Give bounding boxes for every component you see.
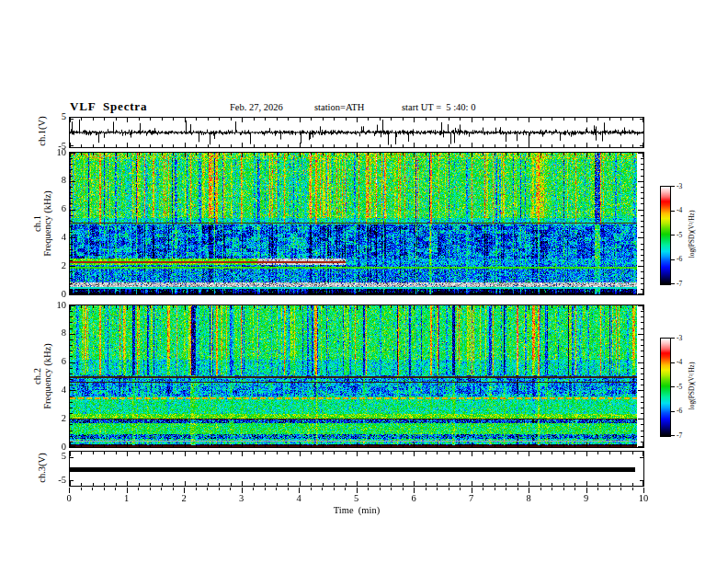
figure-date: Feb. 27, 2026 — [230, 102, 283, 112]
ch2-spectrogram-ylabel-line2: Frequency (kHz) — [42, 304, 52, 448]
x-axis-title: Time (min) — [69, 505, 644, 515]
colorbar-ch1-tick — [671, 186, 675, 187]
colorbar-ch2-label: log(PSD)(V²/Hz) — [688, 338, 696, 435]
ch3-waveform-panel — [69, 451, 644, 487]
x-tick-label: 0 — [57, 493, 81, 503]
ch2-spectrogram-panel — [69, 304, 644, 448]
colorbar-ch1-tick-label: -5 — [677, 231, 682, 239]
colorbar-ch1-tick — [671, 235, 675, 236]
x-tick-label: 10 — [631, 493, 655, 503]
colorbar-ch1-tick-label: -3 — [677, 182, 682, 190]
colorbar-ch1-tick — [671, 259, 675, 260]
spec1-ytick-label: 6 — [42, 203, 66, 213]
colorbar-ch1-tick — [671, 283, 675, 284]
colorbar-ch2-tick-label: -3 — [677, 334, 682, 342]
colorbar-ch2-tick-label: -4 — [677, 358, 682, 366]
ch1-waveform-panel — [69, 117, 644, 148]
x-tick-label: 6 — [402, 493, 426, 503]
ch1-waveform-plot — [70, 118, 643, 147]
colorbar-ch1 — [660, 186, 671, 285]
figure-start-ut: start UT = 5 :40: 0 — [402, 102, 475, 112]
x-tick-label: 7 — [460, 493, 483, 503]
ch3-waveform-plot — [70, 452, 643, 486]
colorbar-ch1-label: log(PSD)(V²/Hz) — [688, 186, 696, 283]
colorbar-ch1-tick-label: -4 — [677, 206, 682, 214]
x-tick-label: 8 — [517, 493, 540, 503]
ch1-spectrogram-ylabel: ch.1 Frequency (kHz) — [32, 152, 52, 295]
colorbar-ch2-tick — [671, 411, 675, 412]
ch2-spectrogram-ylabel-line1: ch.2 — [32, 304, 42, 448]
wave3-ytick-label: 5 — [42, 451, 66, 461]
x-tick-label: 3 — [230, 493, 254, 503]
colorbar-ch2-tick — [671, 362, 675, 363]
vlf-spectra-figure: VLF Spectra Feb. 27, 2026 station=ATH st… — [0, 0, 728, 563]
spec2-ytick-label: 8 — [42, 327, 66, 338]
colorbar-ch1-tick — [671, 211, 675, 212]
figure-station: station=ATH — [314, 102, 364, 112]
x-tick-label: 4 — [287, 493, 311, 503]
spec2-ytick-label: 2 — [42, 413, 66, 423]
figure-title: VLF Spectra — [70, 99, 147, 114]
colorbar-ch2-tick-label: -7 — [677, 431, 682, 440]
colorbar-ch2-tick — [671, 386, 675, 387]
ch1-spectrogram-panel — [69, 152, 644, 295]
wave1-ytick-label: 5 — [42, 111, 66, 121]
spec2-ytick-label: 0 — [42, 442, 66, 452]
ch1-spectrogram-ylabel-line2: Frequency (kHz) — [42, 152, 52, 295]
colorbar-ch2 — [660, 338, 671, 437]
colorbar-ch1-tick-label: -6 — [677, 255, 682, 263]
spec2-ytick-label: 10 — [42, 300, 66, 310]
spec2-ytick-label: 4 — [42, 385, 66, 395]
colorbar-ch1-tick-label: -7 — [677, 280, 682, 288]
ch2-spectrogram-image — [70, 305, 643, 447]
ch1-spectrogram-ylabel-line1: ch.1 — [32, 152, 42, 295]
wave3-ytick-label: -5 — [42, 475, 66, 485]
spec1-ytick-label: 8 — [42, 175, 66, 185]
spec2-ytick-label: 6 — [42, 356, 66, 366]
ch1-spectrogram-image — [70, 153, 643, 294]
spec1-ytick-label: 2 — [42, 260, 66, 270]
colorbar-ch2-tick — [671, 338, 675, 339]
spec1-ytick-label: 4 — [42, 232, 66, 242]
spec1-ytick-label: 0 — [42, 289, 66, 299]
spec1-ytick-label: 10 — [42, 147, 66, 157]
x-tick-label: 1 — [115, 493, 139, 503]
x-tick-label: 2 — [172, 493, 196, 503]
ch2-spectrogram-ylabel: ch.2 Frequency (kHz) — [32, 304, 52, 448]
x-tick-label: 9 — [574, 493, 598, 503]
x-tick-label: 5 — [345, 493, 369, 503]
colorbar-ch2-tick-label: -6 — [677, 407, 682, 415]
colorbar-ch2-tick-label: -5 — [677, 383, 682, 391]
colorbar-ch2-tick — [671, 435, 675, 436]
